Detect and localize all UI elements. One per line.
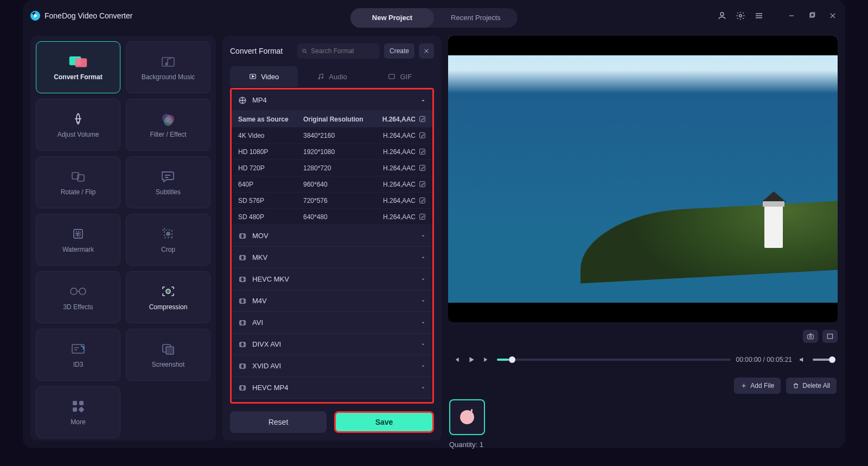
format-tab-video[interactable]: Video bbox=[230, 66, 298, 87]
sidebar-item-id3[interactable]: ID3 bbox=[36, 329, 120, 381]
chevron-down-icon bbox=[420, 277, 426, 282]
tab-recent-projects[interactable]: Recent Projects bbox=[434, 8, 518, 28]
format-group-m4v[interactable]: M4V bbox=[232, 290, 432, 312]
account-icon[interactable] bbox=[717, 11, 727, 21]
sidebar-item-filter-effect[interactable]: Filter / Effect bbox=[126, 99, 210, 151]
edit-icon bbox=[419, 132, 426, 139]
edit-preset-button[interactable] bbox=[419, 181, 426, 188]
create-button[interactable]: Create bbox=[384, 43, 414, 59]
sidebar-item-compression[interactable]: Compression bbox=[126, 271, 210, 323]
format-group-divx-avi[interactable]: DIVX AVI bbox=[232, 334, 432, 355]
file-queue: Add File Delete All Quantity: 1 bbox=[448, 374, 838, 441]
filter-effect-icon bbox=[158, 111, 178, 126]
preset-codec: H.264,AAC bbox=[383, 132, 416, 139]
settings-icon[interactable] bbox=[736, 11, 745, 21]
format-group-label: DIVX AVI bbox=[252, 340, 281, 348]
film-icon bbox=[238, 384, 247, 392]
reset-button[interactable]: Reset bbox=[230, 411, 327, 433]
svg-point-16 bbox=[71, 288, 77, 295]
format-group-hevc-mp4[interactable]: HEVC MP4 bbox=[232, 377, 432, 399]
volume-slider[interactable] bbox=[813, 359, 834, 361]
format-row[interactable]: HD 720P1280*720H.264,AAC bbox=[232, 160, 432, 176]
maximize-icon[interactable] bbox=[807, 11, 817, 21]
format-row[interactable]: 640P960*640H.264,AAC bbox=[232, 176, 432, 193]
format-tab-audio[interactable]: Audio bbox=[298, 66, 366, 87]
sidebar-item-label: Crop bbox=[161, 246, 175, 253]
volume-icon[interactable] bbox=[797, 355, 807, 365]
sidebar-item-subtitles[interactable]: Subtitles bbox=[126, 156, 210, 208]
audio-icon bbox=[317, 73, 324, 80]
sidebar-item-screenshot[interactable]: Screenshot bbox=[126, 329, 210, 381]
sidebar-item-more[interactable]: More bbox=[36, 386, 120, 438]
svg-rect-54 bbox=[827, 334, 832, 339]
svg-point-53 bbox=[809, 336, 812, 338]
chevron-down-icon bbox=[420, 298, 426, 304]
preset-name: SD 480P bbox=[238, 213, 303, 221]
add-file-button[interactable]: Add File bbox=[734, 378, 781, 394]
edit-preset-button[interactable] bbox=[419, 132, 426, 139]
format-group-mov[interactable]: MOV bbox=[232, 225, 432, 247]
format-group-mp4[interactable]: MP4 bbox=[232, 90, 432, 111]
save-button[interactable]: Save bbox=[334, 411, 434, 433]
sidebar-item-label: Compression bbox=[149, 303, 188, 311]
preset-codec: H.264,AAC bbox=[383, 197, 416, 205]
sidebar-item-convert-format[interactable]: Convert Format bbox=[36, 41, 120, 93]
svg-rect-47 bbox=[240, 298, 246, 303]
search-format[interactable] bbox=[297, 43, 380, 59]
sidebar-item-crop[interactable]: Crop bbox=[126, 214, 210, 266]
svg-point-33 bbox=[242, 98, 243, 99]
format-group-xvid-avi[interactable]: XVID AVI bbox=[232, 355, 432, 377]
sidebar-item-watermark[interactable]: TWatermark bbox=[36, 214, 120, 266]
svg-point-34 bbox=[242, 102, 243, 103]
svg-rect-45 bbox=[240, 255, 246, 259]
format-list[interactable]: MP4Same as SourceOriginal ResolutionH.26… bbox=[230, 88, 434, 404]
delete-all-button[interactable]: Delete All bbox=[786, 378, 837, 394]
svg-rect-49 bbox=[240, 342, 246, 346]
edit-preset-button[interactable] bbox=[419, 148, 426, 155]
video-preview[interactable] bbox=[448, 36, 838, 322]
tool-sidebar: Convert FormatBackground MusicAdjust Vol… bbox=[30, 36, 216, 441]
convert-format-icon bbox=[68, 54, 88, 69]
sidebar-item-3d-effects[interactable]: 3D Effects bbox=[36, 271, 120, 323]
minimize-icon[interactable] bbox=[787, 11, 796, 21]
progress-bar[interactable] bbox=[497, 359, 731, 361]
format-group-hevc-mkv[interactable]: HEVC MKV bbox=[232, 269, 432, 290]
format-row[interactable]: SD 576P720*576H.264,AAC bbox=[232, 193, 432, 209]
fullscreen-button[interactable] bbox=[822, 330, 838, 343]
svg-rect-48 bbox=[240, 320, 246, 324]
svg-rect-50 bbox=[240, 363, 246, 368]
menu-icon[interactable] bbox=[754, 11, 764, 21]
snapshot-button[interactable] bbox=[803, 330, 818, 343]
film-icon bbox=[238, 297, 247, 305]
format-tab-gif[interactable]: GIF bbox=[366, 66, 434, 87]
svg-point-35 bbox=[240, 100, 241, 101]
sidebar-item-label: ID3 bbox=[73, 361, 84, 368]
queue-item[interactable] bbox=[449, 399, 485, 435]
sidebar-item-background-music[interactable]: Background Music bbox=[126, 41, 210, 93]
next-button[interactable] bbox=[482, 355, 492, 365]
tab-new-project[interactable]: New Project bbox=[350, 8, 434, 28]
edit-preset-button[interactable] bbox=[419, 197, 426, 204]
svg-point-1 bbox=[739, 15, 742, 17]
svg-rect-52 bbox=[808, 335, 814, 339]
prev-button[interactable] bbox=[451, 355, 461, 365]
sidebar-item-rotate-flip[interactable]: Rotate / Flip bbox=[36, 156, 120, 208]
edit-preset-button[interactable] bbox=[419, 213, 426, 220]
edit-icon bbox=[419, 148, 426, 155]
svg-point-0 bbox=[720, 12, 724, 16]
format-row[interactable]: Same as SourceOriginal ResolutionH.264,A… bbox=[232, 111, 432, 127]
close-window-icon[interactable] bbox=[828, 11, 838, 21]
format-row[interactable]: SD 480P640*480H.264,AAC bbox=[232, 209, 432, 225]
sidebar-item-adjust-volume[interactable]: Adjust Volume bbox=[36, 99, 120, 151]
format-group-mkv[interactable]: MKV bbox=[232, 247, 432, 269]
search-input[interactable] bbox=[311, 47, 375, 55]
format-row[interactable]: HD 1080P1920*1080H.264,AAC bbox=[232, 144, 432, 160]
close-panel-button[interactable] bbox=[419, 43, 434, 59]
play-button[interactable] bbox=[467, 355, 476, 365]
sidebar-item-label: Filter / Effect bbox=[150, 131, 186, 138]
format-row[interactable]: 4K Video3840*2160H.264,AAC bbox=[232, 127, 432, 144]
format-group-avi[interactable]: AVI bbox=[232, 312, 432, 334]
edit-preset-button[interactable] bbox=[419, 116, 426, 123]
preset-name: 640P bbox=[238, 181, 303, 188]
edit-preset-button[interactable] bbox=[419, 164, 426, 171]
